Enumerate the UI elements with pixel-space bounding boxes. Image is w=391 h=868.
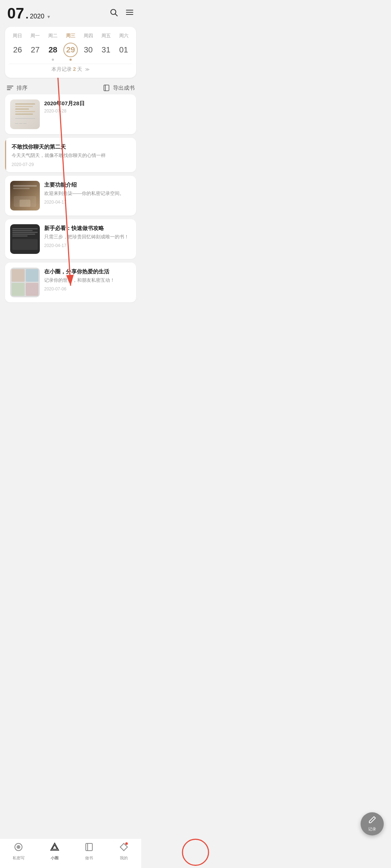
- list-item[interactable]: 不敢找你聊天的第二天 今天天气阴天，就像不敢找你聊天的心情一样 2020-07-…: [5, 138, 136, 172]
- sort-label: 排序: [17, 85, 28, 92]
- summary-count: 2: [73, 66, 76, 72]
- week-header-mon: 周一: [26, 33, 44, 39]
- week-headers: 周日 周一 周二 周三 周四 周五 周六: [9, 33, 133, 39]
- summary-unit: 天: [77, 66, 82, 72]
- app-header: 07 . 2020 ▾: [0, 0, 141, 25]
- date-01[interactable]: 01: [115, 43, 133, 61]
- calendar-card: 周日 周一 周二 周三 周四 周五 周六 26 27 28 29 30 31: [5, 27, 136, 78]
- header-actions: [109, 8, 134, 19]
- summary-text: 本月记录: [51, 66, 72, 72]
- entry-thumbnail: ― ― ―: [10, 99, 40, 129]
- search-icon[interactable]: [109, 8, 118, 19]
- week-header-fri: 周五: [97, 33, 115, 39]
- book-icon: [103, 84, 110, 92]
- sort-button[interactable]: 排序: [7, 84, 28, 92]
- week-header-sat: 周六: [115, 33, 133, 39]
- entry-title: 主要功能介绍: [44, 181, 131, 188]
- entry-content: 2020年07月28日 2020-07-28: [44, 99, 131, 114]
- entry-date: 2020-04-17: [44, 243, 131, 248]
- list-item[interactable]: 在小圈，分享你热爱的生活 记录你的世界，和朋友私密互动！ 2020-07-06: [5, 263, 136, 302]
- export-label: 导出成书: [113, 85, 135, 92]
- entry-excerpt: 只需三步，把珍贵回忆铸刻成唯一的书！: [44, 233, 131, 241]
- dot-29: [70, 59, 72, 61]
- svg-line-1: [115, 14, 118, 16]
- week-dates: 26 27 28 29 30 31 01: [9, 43, 133, 61]
- header-title-group[interactable]: 07 . 2020 ▾: [7, 6, 50, 21]
- list-toolbar: 排序 导出成书: [0, 80, 141, 94]
- entry-content: 主要功能介绍 欢迎来到拾柒——你的私密记录空间。 2020-04-17: [44, 181, 131, 205]
- entry-thumbnail: [10, 224, 40, 254]
- date-30[interactable]: 30: [79, 43, 97, 61]
- summary-chevron: ≫: [85, 67, 90, 72]
- entry-date: 2020-07-06: [44, 286, 131, 292]
- date-31[interactable]: 31: [97, 43, 115, 61]
- date-28[interactable]: 28: [44, 43, 62, 61]
- date-26[interactable]: 26: [9, 43, 26, 61]
- svg-rect-8: [104, 85, 109, 91]
- header-dot: .: [26, 9, 29, 21]
- date-29[interactable]: 29: [62, 43, 80, 61]
- entry-thumbnail: [10, 181, 40, 210]
- entry-date: 2020-07-28: [44, 109, 131, 114]
- entry-list: ― ― ― 2020年07月28日 2020-07-28 不敢找你聊天的第二天 …: [0, 94, 141, 302]
- menu-icon[interactable]: [125, 8, 134, 19]
- entry-title: 不敢找你聊天的第二天: [12, 143, 131, 150]
- entry-title: 在小圈，分享你热爱的生活: [44, 268, 131, 275]
- list-item[interactable]: ― ― ― 2020年07月28日 2020-07-28: [5, 94, 136, 134]
- entry-excerpt: 欢迎来到拾柒——你的私密记录空间。: [44, 190, 131, 197]
- list-item[interactable]: 新手必看：快速做书攻略 只需三步，把珍贵回忆铸刻成唯一的书！ 2020-04-1…: [5, 219, 136, 259]
- entry-excerpt: 今天天气阴天，就像不敢找你聊天的心情一样: [12, 152, 131, 159]
- entry-excerpt: 记录你的世界，和朋友私密互动！: [44, 277, 131, 284]
- entry-content: 新手必看：快速做书攻略 只需三步，把珍贵回忆铸刻成唯一的书！ 2020-04-1…: [44, 224, 131, 248]
- week-header-wed: 周三: [62, 33, 80, 39]
- week-header-sun: 周日: [9, 33, 26, 39]
- export-button[interactable]: 导出成书: [103, 84, 135, 92]
- sort-icon: [7, 84, 14, 92]
- entry-title: 新手必看：快速做书攻略: [44, 224, 131, 232]
- month-summary[interactable]: 本月记录 2 天 ≫: [9, 64, 133, 73]
- week-header-tue: 周二: [44, 33, 62, 39]
- week-header-thu: 周四: [79, 33, 97, 39]
- entry-date: 2020-04-17: [44, 200, 131, 205]
- header-month: 07: [7, 6, 24, 21]
- header-year: 2020: [30, 13, 45, 20]
- entry-date: 2020-07-29: [12, 162, 131, 167]
- entry-title: 2020年07月28日: [44, 99, 131, 107]
- date-27[interactable]: 27: [26, 43, 44, 61]
- dot-28: [52, 59, 54, 61]
- entry-thumbnail: [10, 268, 40, 297]
- list-item[interactable]: 主要功能介绍 欢迎来到拾柒——你的私密记录空间。 2020-04-17: [5, 176, 136, 216]
- entry-content: 在小圈，分享你热爱的生活 记录你的世界，和朋友私密互动！ 2020-07-06: [44, 268, 131, 292]
- dropdown-icon[interactable]: ▾: [47, 14, 50, 20]
